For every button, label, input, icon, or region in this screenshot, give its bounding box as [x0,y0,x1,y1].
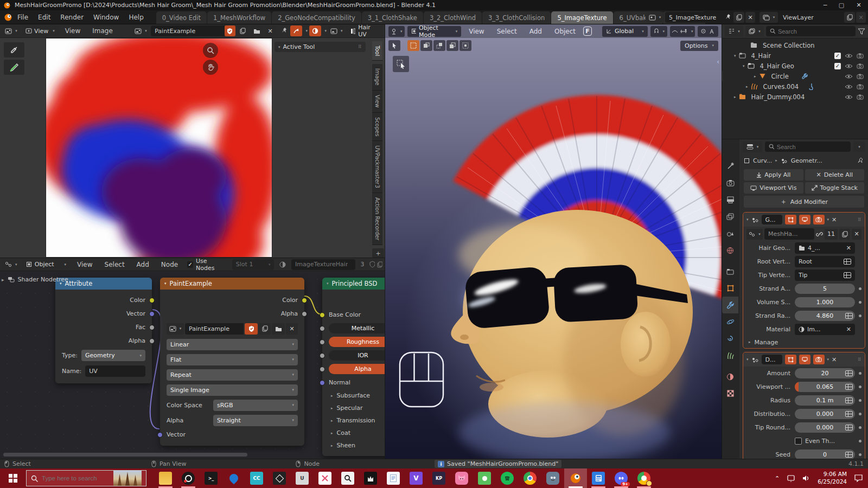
image-texture-node[interactable]: ▾PaintExample Color Alpha ▾ PaintExample… [160,278,304,446]
input-attribute-toggle[interactable] [845,425,853,431]
gizmo-dropdown[interactable]: ▾ [306,29,308,33]
panel-toggle-arrow[interactable]: ▸ [2,277,4,282]
animate-dot[interactable] [859,453,861,456]
drag-handle-icon[interactable]: ⠿ [858,357,861,362]
remove-modifier-icon[interactable]: ✕ [832,216,837,223]
select-mode-extend[interactable] [420,40,432,51]
taskbar-app-terminal[interactable]: >_ [200,468,222,488]
socket-metallic-input[interactable] [320,326,325,331]
viewlayer-browse-button[interactable]: ▾ [760,12,778,23]
menu-file[interactable]: File [12,14,33,21]
node-menu-node[interactable]: Node [156,261,183,268]
menu-window[interactable]: Window [88,14,124,21]
editor-type-button[interactable]: ▾ [2,259,20,270]
animate-dot[interactable] [859,440,861,442]
hide-eye-icon[interactable] [845,53,853,59]
modifier-extras-dropdown[interactable]: ▾ [827,217,829,222]
maximize-button[interactable]: ▢ [833,0,850,10]
viewlayer-name-field[interactable]: ViewLayer [779,12,843,23]
subpanel-sheen[interactable]: ▸Sheen [322,439,385,452]
library-link-icon[interactable] [816,231,823,237]
projection-dropdown[interactable]: Flat▾ [167,354,298,365]
open-image-folder-icon[interactable] [251,25,263,36]
strand-amount-slider[interactable]: 5 [795,284,855,294]
tab-view-layer[interactable] [722,208,738,225]
roughness-value-animated[interactable]: Roughness [329,337,385,347]
animate-dot[interactable] [859,426,861,429]
subpanel-coat[interactable]: ▸Coat [322,427,385,439]
taskbar-app-gimp[interactable] [541,468,564,488]
start-button[interactable] [0,468,26,488]
taskbar-clock[interactable]: 9:06 AM 6/25/2024 [818,471,847,485]
socket-alpha-output[interactable] [302,311,307,317]
taskbar-app-magnifier[interactable] [336,468,359,488]
drag-handle-icon[interactable]: ⠿ [858,217,861,222]
attribute-node[interactable]: ▾Attribute Color Vector Fac Alpha Type: … [55,278,152,383]
sidebar-collapse-arrow[interactable]: ‹ [717,58,719,66]
workspace-tab[interactable]: 0_Video Edit [156,11,207,24]
tab-constraints[interactable] [722,330,738,347]
input-attribute-toggle[interactable] [845,313,853,319]
transform-orientation-dropdown[interactable]: Global▾ [602,26,648,37]
material-slot-dropdown[interactable]: Slot 1▾ [232,259,275,270]
image-browse-button[interactable]: ▾ [167,323,184,335]
new-material-icon[interactable] [377,261,382,268]
image-menu-image[interactable]: Image [87,27,118,35]
image-mode-dropdown[interactable]: View▾ [22,25,58,36]
menu-edit[interactable]: Edit [33,14,55,21]
viewport-vis-button[interactable]: Viewport Vis [744,182,803,194]
gizmo-toggle[interactable] [290,25,302,36]
manage-subpanel[interactable]: ▸Manage [743,336,865,348]
outliner-filter-mode[interactable]: ▾ [745,26,764,37]
snap-toggle[interactable]: ▾ [650,26,667,37]
metallic-value[interactable]: Metallic [329,323,385,333]
new-copy-icon[interactable] [839,229,850,240]
pin-icon[interactable] [725,14,732,21]
principled-bsdf-node[interactable]: ▾Principled BSD Base Color Metallic Roug… [322,278,385,456]
tray-expand-chevron[interactable]: ⌃ [775,475,780,482]
modifier-name-field[interactable]: G... [762,215,782,224]
material-name-field[interactable]: ImageTextureHair [291,259,355,270]
horizontal-scrollbar[interactable] [3,453,247,457]
add-tab-button[interactable]: + [372,248,384,258]
tray-device-icon[interactable] [787,475,795,482]
animate-dot[interactable] [859,314,861,317]
viewport-amount-slider[interactable]: 0.065 [795,382,855,392]
outliner-row-collection-geo[interactable]: ▾ 4_Hair Geo ✓ [722,61,868,71]
sidebar-tab-uvpackmaster[interactable]: UVPackmaster3 [372,141,382,193]
socket-color-output[interactable] [149,298,155,303]
properties-filter-button[interactable]: ▾ [743,142,762,152]
subpanel-transmission[interactable]: ▸Transmission [322,414,385,427]
strand-radius-slider[interactable]: 4.860 [795,311,855,321]
properties-options-dropdown[interactable]: ▾ [853,142,865,152]
distribution-slider[interactable]: 0.000 [795,409,855,419]
viewport-3d[interactable]: ▾ Object Mode▾ View Select Add Object F … [385,24,722,459]
selectable-checkbox[interactable]: ✓ [834,63,841,69]
remove-modifier-icon[interactable]: ✕ [832,356,837,363]
socket-ior-input[interactable] [320,353,325,358]
unlink-scene-icon[interactable]: ✕ [745,12,755,23]
extra-shading-buttons[interactable] [698,26,718,37]
animate-dot[interactable] [859,372,861,375]
uv-map-button[interactable]: Hair UV [346,25,382,36]
fake-user-shield-icon[interactable] [369,261,375,268]
proportional-edit-dropdown[interactable]: ▾ [670,26,694,37]
menu-help[interactable]: Help [124,14,148,21]
tip-vertex-group[interactable]: Tip [795,269,855,281]
socket-vector-output[interactable] [149,311,155,317]
editor-type-button[interactable]: ▾ [388,26,405,37]
attribute-type-dropdown[interactable]: Geometry▾ [81,350,145,361]
tray-speaker-icon[interactable] [802,475,810,481]
animate-dot[interactable] [859,399,861,402]
new-image-icon[interactable] [238,25,248,36]
taskbar-search-box[interactable] [26,470,146,486]
tab-physics[interactable] [722,313,738,330]
radius-slider[interactable]: 0.1 m [795,395,855,406]
workspace-tab[interactable]: 3_2_ClothWind [424,11,482,24]
zoom-widget[interactable] [203,43,218,58]
taskbar-app-notes[interactable] [382,468,405,488]
workspace-tab[interactable]: 3_3_ClothCollision [482,11,551,24]
overlays-dropdown[interactable]: ▾ [325,29,327,33]
breadcrumb-object[interactable]: Curv... [753,157,772,164]
outliner-row-circle[interactable]: ▸ Circle [722,71,868,81]
